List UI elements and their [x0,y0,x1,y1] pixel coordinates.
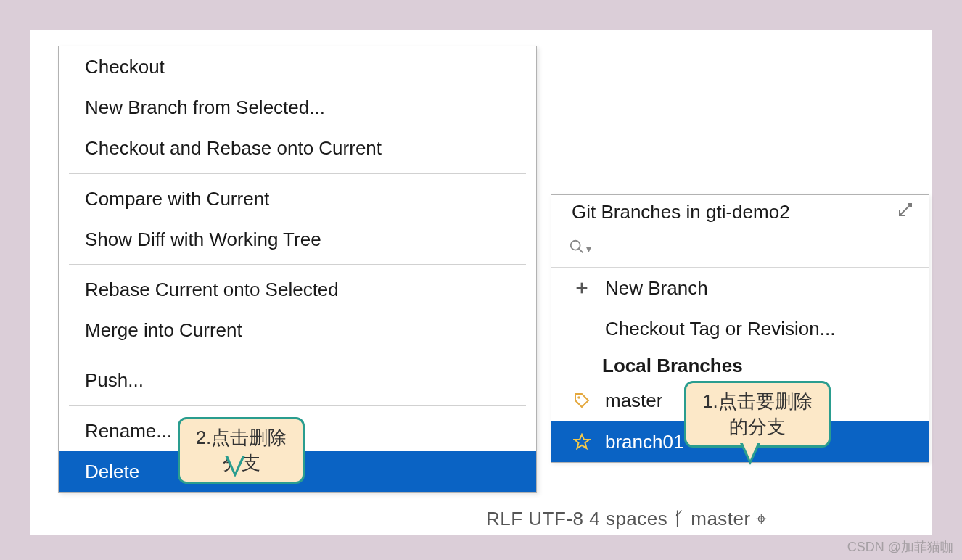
menu-item-rebase-current-onto-selected[interactable]: Rebase Current onto Selected [59,269,536,310]
annotation-tail-fill [227,454,243,472]
popup-item-new-branch[interactable]: New Branch [551,268,929,308]
star-icon [572,433,592,450]
menu-item-push[interactable]: Push... [59,360,536,400]
plus-icon [572,280,592,296]
annotation-tail-fill [742,442,758,460]
pin-icon[interactable] [897,201,914,223]
checkout-tag-label: Checkout Tag or Revision... [605,313,835,345]
menu-item-compare-with-current[interactable]: Compare with Current [59,178,536,219]
annotation-text: 1.点击要删除的分支 [702,390,813,437]
menu-separator [69,264,526,265]
menu-separator [69,173,526,174]
branch-name: master [605,384,662,416]
menu-separator [69,405,526,406]
popup-search-row[interactable]: ▾ [551,231,929,268]
branch-name: branch01 [605,426,683,458]
chevron-down-icon: ▾ [586,243,591,255]
svg-point-4 [577,397,580,400]
menu-item-show-diff-working-tree[interactable]: Show Diff with Working Tree [59,219,536,260]
search-input[interactable] [593,238,914,260]
search-icon [569,237,585,260]
popup-title-bar: Git Branches in gti-demo2 [551,195,929,231]
tag-icon [572,392,592,409]
annotation-callout-1: 1.点击要删除的分支 [684,381,831,448]
new-branch-label: New Branch [605,272,708,304]
menu-separator [69,355,526,355]
watermark: CSDN @加菲猫咖 [847,538,953,556]
menu-item-new-branch-from-selected[interactable]: New Branch from Selected... [59,87,536,128]
menu-item-merge-into-current[interactable]: Merge into Current [59,310,536,350]
menu-item-checkout-rebase[interactable]: Checkout and Rebase onto Current [59,128,536,168]
svg-line-1 [579,249,583,253]
popup-title: Git Branches in gti-demo2 [572,201,790,223]
popup-item-checkout-tag[interactable]: Checkout Tag or Revision... [551,308,929,349]
menu-item-checkout[interactable]: Checkout [59,46,536,87]
local-branches-section-label: Local Branches [551,349,929,380]
status-bar: RLF UTF-8 4 spaces ᚶ master ⌖ [486,508,768,530]
svg-point-0 [571,241,580,250]
